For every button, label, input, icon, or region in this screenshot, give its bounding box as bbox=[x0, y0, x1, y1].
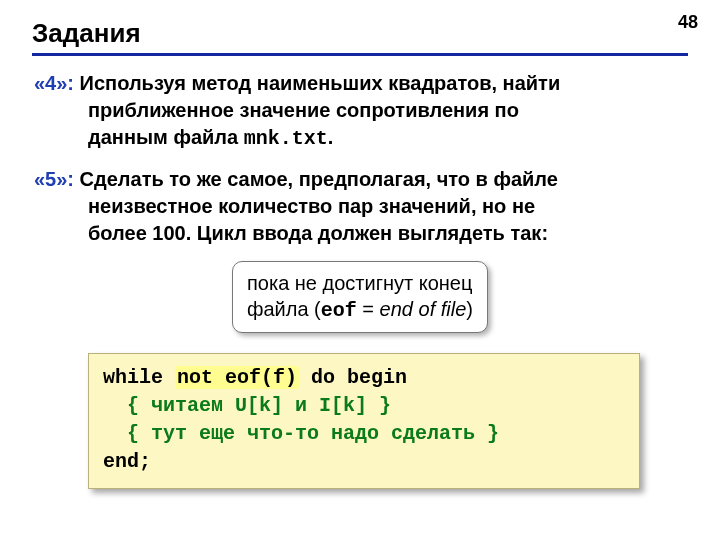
slide-title: Задания bbox=[32, 18, 688, 49]
task-4-text-3a: данным файла bbox=[88, 126, 244, 148]
code-l1b: do begin bbox=[299, 366, 407, 389]
title-rule bbox=[32, 53, 688, 56]
code-line-4: end; bbox=[103, 448, 625, 476]
task-4-text-3: данным файла mnk.txt. bbox=[88, 124, 686, 152]
code-line-2: { читаем U[k] и I[k] } bbox=[103, 392, 625, 420]
task-5-label: «5»: bbox=[34, 168, 74, 190]
callout-wrap: пока не достигнут конец файла (eof = end… bbox=[32, 261, 688, 333]
callout-eof-full: end of file bbox=[380, 298, 467, 320]
code-l1a: while bbox=[103, 366, 175, 389]
task-4-label: «4»: bbox=[34, 72, 74, 94]
task-4-text-2: приближенное значение сопротивления по bbox=[88, 97, 686, 124]
slide: 48 Задания «4»: Используя метод наименьш… bbox=[0, 0, 720, 540]
callout-eof: eof bbox=[321, 299, 357, 322]
task-5-text-1: Сделать то же самое, предполагая, что в … bbox=[80, 168, 558, 190]
task-5: «5»: Сделать то же самое, предполагая, ч… bbox=[34, 166, 686, 247]
task-4-filename: mnk.txt bbox=[244, 127, 328, 150]
task-5-text-3: более 100. Цикл ввода должен выглядеть т… bbox=[88, 220, 686, 247]
callout-line2a: файла ( bbox=[247, 298, 321, 320]
code-line-1: while not eof(f) do begin bbox=[103, 364, 625, 392]
task-4-text-3b: . bbox=[328, 126, 334, 148]
code-block: while not eof(f) do begin { читаем U[k] … bbox=[88, 353, 640, 489]
code-l2: { читаем U[k] и I[k] } bbox=[103, 394, 391, 417]
eof-callout: пока не достигнут конец файла (eof = end… bbox=[232, 261, 488, 333]
code-l1-highlight: not eof(f) bbox=[175, 366, 299, 389]
task-4: «4»: Используя метод наименьших квадрато… bbox=[34, 70, 686, 152]
code-line-3: { тут еще что-то надо сделать } bbox=[103, 420, 625, 448]
callout-line2c: ) bbox=[466, 298, 473, 320]
callout-line1: пока не достигнут конец bbox=[247, 272, 472, 294]
page-number: 48 bbox=[678, 12, 698, 33]
task-4-text-1: Используя метод наименьших квадратов, на… bbox=[80, 72, 561, 94]
callout-line2b: = bbox=[357, 298, 380, 320]
code-l3: { тут еще что-то надо сделать } bbox=[103, 422, 499, 445]
task-5-text-2: неизвестное количество пар значений, но … bbox=[88, 193, 686, 220]
